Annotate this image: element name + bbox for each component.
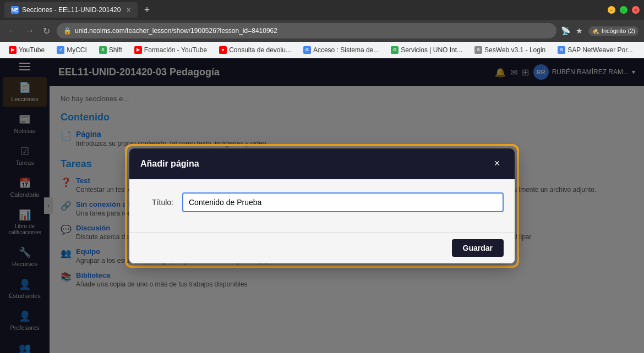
- bookmark-formacion[interactable]: ▶ Formación - YouTube: [130, 45, 211, 55]
- maximize-button[interactable]: □: [620, 6, 627, 14]
- lock-icon: 🔒: [63, 27, 72, 35]
- new-tab-button[interactable]: +: [144, 4, 150, 16]
- bookmark-servicios[interactable]: G Servicios | UNO Int...: [386, 45, 467, 55]
- incognito-icon: 🕵: [592, 27, 599, 35]
- url-text: unid.neolms.com/teacher_lesson/show/1900…: [75, 27, 550, 35]
- forward-button[interactable]: →: [23, 25, 36, 37]
- tab-favicon: NE: [11, 6, 19, 14]
- bookmark-label: YouTube: [19, 46, 45, 54]
- sesweb-favicon: S: [474, 46, 482, 54]
- tab-close-button[interactable]: ×: [126, 5, 130, 14]
- mycci-favicon: ✓: [57, 46, 64, 54]
- back-button[interactable]: ←: [6, 25, 19, 37]
- servicios-favicon: G: [391, 46, 399, 54]
- add-page-modal: Añadir página × Título: Guardar: [129, 148, 515, 263]
- browser-tab[interactable]: NE Secciones - EEL11-UNID-201420 ×: [4, 2, 138, 18]
- bookmark-consulta[interactable]: ● Consulta de devolu...: [215, 45, 296, 55]
- modal-title: Añadir página: [140, 159, 199, 169]
- save-button[interactable]: Guardar: [452, 239, 504, 257]
- page-content: 📄 Lecciones 📰 Noticias ☑ Tareas 📅 Calend…: [0, 58, 644, 353]
- url-bar[interactable]: 🔒 unid.neolms.com/teacher_lesson/show/19…: [57, 23, 556, 38]
- bookmark-label: Formación - YouTube: [144, 46, 207, 54]
- bookmark-label: Consulta de devolu...: [229, 46, 291, 54]
- modal-footer: Guardar: [129, 232, 515, 263]
- form-row-title: Título:: [140, 192, 504, 212]
- window-controls: − □ ×: [608, 6, 640, 14]
- modal-highlight: Añadir página × Título: Guardar: [125, 144, 519, 268]
- bookmark-label: SAP NetWeaver Por...: [567, 46, 632, 54]
- bookmarks-bar: ▶ YouTube ✓ MyCCI S Shift ▶ Formación - …: [0, 42, 644, 58]
- bookmark-label: MyCCI: [67, 46, 87, 54]
- bookmark-youtube[interactable]: ▶ YouTube: [4, 45, 49, 55]
- acceso-favicon: G: [303, 46, 311, 54]
- tab-label: Secciones - EEL11-UNID-201420: [22, 6, 121, 14]
- modal-header: Añadir página ×: [129, 148, 515, 179]
- bookmark-icon[interactable]: ★: [576, 26, 583, 35]
- modal-body: Título:: [129, 179, 515, 232]
- browser-actions: 📡 ★ 🕵 Incógnito (2): [561, 26, 638, 36]
- titulo-input[interactable]: [182, 192, 504, 212]
- consulta-favicon: ●: [219, 46, 227, 54]
- browser-frame: NE Secciones - EEL11-UNID-201420 × + − □…: [0, 0, 644, 353]
- title-bar: NE Secciones - EEL11-UNID-201420 × + − □…: [0, 0, 644, 20]
- incognito-badge: 🕵 Incógnito (2): [588, 26, 638, 36]
- address-bar: ← → ↻ 🔒 unid.neolms.com/teacher_lesson/s…: [0, 20, 644, 42]
- minimize-button[interactable]: −: [608, 6, 615, 14]
- bookmark-sap[interactable]: S SAP NetWeaver Por...: [553, 45, 637, 55]
- bookmark-label: Servicios | UNO Int...: [401, 46, 462, 54]
- modal-overlay: Añadir página × Título: Guardar: [0, 58, 644, 353]
- cast-icon[interactable]: 📡: [561, 26, 570, 35]
- modal-close-button[interactable]: ×: [490, 157, 504, 170]
- close-button[interactable]: ×: [632, 6, 640, 14]
- bookmark-label: Acceso : Sistema de...: [313, 46, 379, 54]
- refresh-button[interactable]: ↻: [41, 25, 52, 37]
- bookmark-label: SesWeb v3.1 - Login: [484, 46, 545, 54]
- form-label-titulo: Título:: [140, 198, 173, 207]
- youtube-favicon: ▶: [9, 46, 17, 54]
- sap-favicon: S: [558, 46, 565, 54]
- bookmark-label: Shift: [109, 46, 122, 54]
- bookmark-shift[interactable]: S Shift: [95, 45, 127, 55]
- incognito-label: Incógnito (2): [602, 27, 635, 34]
- shift-favicon: S: [99, 46, 107, 54]
- formacion-favicon: ▶: [134, 46, 142, 54]
- bookmark-mycci[interactable]: ✓ MyCCI: [52, 45, 91, 55]
- bookmark-acceso[interactable]: G Acceso : Sistema de...: [299, 45, 383, 55]
- bookmark-sesweb[interactable]: S SesWeb v3.1 - Login: [470, 45, 550, 55]
